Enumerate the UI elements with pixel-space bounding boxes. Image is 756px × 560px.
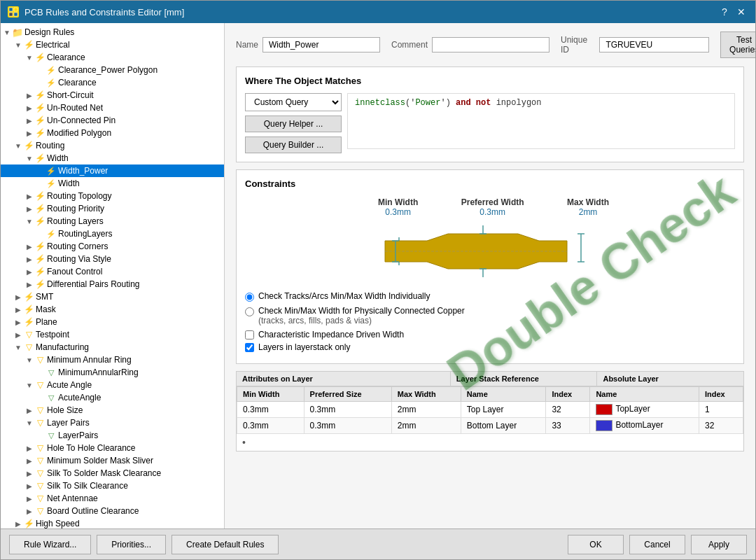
min-width-label: Min Width (378, 197, 418, 207)
radio-tracks-arcs[interactable] (245, 293, 254, 302)
rule-wizard-button[interactable]: Rule Wizard... (9, 535, 91, 554)
tree-item-mask[interactable]: ▶ ⚡ Mask (1, 303, 224, 316)
tree-item-hole-size[interactable]: ▶ ▽ Hole Size (1, 404, 224, 416)
query-builder-button[interactable]: Query Builder ... (245, 136, 342, 153)
rule-icon: ⚡ (34, 127, 46, 139)
expand-icon[interactable]: ▶ (13, 306, 23, 314)
query-helper-button[interactable]: Query Helper ... (245, 115, 342, 132)
expand-icon[interactable]: ▶ (24, 507, 34, 515)
expand-icon[interactable]: ▶ (24, 407, 34, 414)
expand-icon[interactable]: ▼ (24, 382, 34, 389)
expand-icon[interactable]: ▼ (24, 155, 34, 162)
tree-item-design-rules[interactable]: ▼ 📁 Design Rules (1, 26, 224, 38)
expand-icon[interactable]: ▶ (24, 444, 34, 452)
tree-item-testpoint[interactable]: ▶ ▽ Testpoint (1, 328, 224, 341)
expand-icon[interactable]: ▶ (24, 268, 34, 276)
tree-item-smt[interactable]: ▶ ⚡ SMT (1, 290, 224, 303)
tree-item-silk-to-silk[interactable]: ▶ ▽ Silk To Silk Clearance (1, 479, 224, 492)
tree-item-min-annular-ring[interactable]: ▼ ▽ Minimum Annular Ring (1, 354, 224, 366)
tree-item-routing-layers[interactable]: ▼ ⚡ Routing Layers (1, 215, 224, 227)
tree-item-modified-polygon[interactable]: ▶ ⚡ Modified Polygon (1, 127, 224, 139)
tree-item-unrouted-net[interactable]: ▶ ⚡ Un-Routed Net (1, 102, 224, 114)
expand-icon[interactable]: ▶ (24, 470, 34, 477)
tree-item-layer-pairs-rule[interactable]: ▶ ▽ LayerPairs (1, 429, 224, 442)
create-default-rules-button[interactable]: Create Default Rules (172, 535, 279, 554)
tree-item-fanout-control[interactable]: ▶ ⚡ Fanout Control (1, 265, 224, 278)
expand-icon[interactable]: ▶ (24, 457, 34, 465)
custom-query-dropdown[interactable]: Custom Query All Net Class Member Net (245, 93, 342, 111)
expand-icon[interactable]: ▶ (24, 482, 34, 490)
expand-icon[interactable]: ▼ (13, 41, 23, 49)
tree-item-layer-pairs[interactable]: ▼ ▽ Layer Pairs (1, 416, 224, 429)
expand-icon[interactable]: ▶ (24, 117, 34, 125)
tree-label: Differential Pairs Routing (47, 279, 140, 289)
tree-item-unconnected-pin[interactable]: ▶ ⚡ Un-Connected Pin (1, 114, 224, 127)
tree-item-clearance-rule[interactable]: ▶ ⚡ Clearance (1, 76, 224, 89)
expand-icon[interactable]: ▼ (13, 142, 23, 150)
expand-icon[interactable]: ▼ (24, 54, 34, 62)
apply-button[interactable]: Apply (691, 535, 747, 554)
tree-item-routing[interactable]: ▼ ⚡ Routing (1, 139, 224, 152)
tree-item-width-rule[interactable]: ▶ ⚡ Width (1, 177, 224, 190)
tree-item-net-antennae[interactable]: ▶ ▽ Net Antennae (1, 492, 224, 505)
test-queries-button[interactable]: Test Queries (720, 31, 755, 58)
expand-icon[interactable]: ▶ (24, 205, 34, 213)
expand-icon[interactable]: ▶ (13, 318, 23, 326)
checkbox-layerstack[interactable] (245, 343, 254, 352)
expand-icon[interactable]: ▼ (13, 344, 23, 351)
expand-icon[interactable]: ▼ (24, 419, 34, 427)
expand-icon[interactable]: ▼ (24, 218, 34, 225)
priorities-button[interactable]: Priorities... (97, 535, 166, 554)
help-button[interactable]: ? (718, 5, 732, 19)
expand-icon[interactable]: ▶ (24, 104, 34, 112)
tree-item-width-power[interactable]: ▶ ⚡ Width_Power (1, 164, 224, 177)
table-add-row-btn[interactable]: • (237, 434, 743, 451)
tree-item-width[interactable]: ▼ ⚡ Width (1, 152, 224, 164)
tree-item-routing-topology[interactable]: ▶ ⚡ Routing Topology (1, 190, 224, 202)
constraints-section: Constraints Min Width 0.3mm Preferred Wi… (236, 169, 744, 364)
expand-icon[interactable]: ▶ (13, 520, 23, 528)
tree-item-silk-to-solder[interactable]: ▶ ▽ Silk To Solder Mask Clearance (1, 467, 224, 479)
expand-icon[interactable]: ▼ (2, 29, 12, 36)
expand-icon[interactable]: ▶ (24, 255, 34, 263)
tree-item-plane[interactable]: ▶ ⚡ Plane (1, 316, 224, 328)
comment-input[interactable] (432, 37, 550, 52)
expand-icon[interactable]: ▶ (24, 192, 34, 200)
radio-label-2: Check Min/Max Width for Physically Conne… (258, 306, 465, 316)
checkbox-impedance[interactable] (245, 330, 254, 340)
expand-icon[interactable]: ▶ (13, 293, 23, 301)
tree-item-diff-pairs[interactable]: ▶ ⚡ Differential Pairs Routing (1, 278, 224, 290)
expand-icon[interactable]: ▶ (24, 281, 34, 288)
col-al-index: Index (699, 387, 743, 402)
unique-id-input[interactable] (599, 37, 709, 52)
radio-connected-copper[interactable] (245, 307, 254, 316)
expand-icon[interactable]: ▶ (13, 331, 23, 339)
expand-icon[interactable]: ▶ (24, 92, 34, 99)
tree-item-routing-layers-rule[interactable]: ▶ ⚡ RoutingLayers (1, 227, 224, 240)
tree-item-min-annular-ring-rule[interactable]: ▶ ▽ MinimumAnnularRing (1, 366, 224, 379)
tree-item-board-outline[interactable]: ▶ ▽ Board Outline Clearance (1, 505, 224, 517)
tree-item-clearance-power[interactable]: ▶ ⚡ Clearance_Power Polygon (1, 64, 224, 76)
tree-item-acute-angle[interactable]: ▼ ▽ Acute Angle (1, 379, 224, 391)
expand-icon[interactable]: ▶ (24, 130, 34, 137)
tree-item-manufacturing[interactable]: ▼ ▽ Manufacturing (1, 341, 224, 354)
tree-item-short-circuit[interactable]: ▶ ⚡ Short-Circuit (1, 89, 224, 102)
expand-icon[interactable]: ▼ (24, 356, 34, 364)
tree-item-routing-priority[interactable]: ▶ ⚡ Routing Priority (1, 202, 224, 215)
ok-button[interactable]: OK (568, 535, 624, 554)
name-input[interactable] (262, 37, 380, 52)
expand-icon[interactable]: ▶ (24, 495, 34, 503)
tree-item-routing-corners[interactable]: ▶ ⚡ Routing Corners (1, 240, 224, 253)
tree-item-high-speed[interactable]: ▶ ⚡ High Speed (1, 517, 224, 528)
tree-item-electrical[interactable]: ▼ ⚡ Electrical (1, 38, 224, 51)
tree-item-routing-via-style[interactable]: ▶ ⚡ Routing Via Style (1, 253, 224, 265)
tree-item-hole-to-hole[interactable]: ▶ ▽ Hole To Hole Clearance (1, 442, 224, 454)
close-button[interactable]: ✕ (734, 5, 748, 19)
rule-icon: ⚡ (46, 77, 57, 88)
tree-item-min-solder-mask[interactable]: ▶ ▽ Minimum Solder Mask Sliver (1, 454, 224, 467)
tree-item-acute-angle-rule[interactable]: ▶ ▽ AcuteAngle (1, 391, 224, 404)
tree-item-clearance[interactable]: ▼ ⚡ Clearance (1, 51, 224, 64)
expand-icon[interactable]: ▶ (24, 243, 34, 251)
cancel-button[interactable]: Cancel (629, 535, 685, 554)
tree-panel[interactable]: ▼ 📁 Design Rules ▼ ⚡ Electrical ▼ ⚡ C (1, 23, 224, 528)
